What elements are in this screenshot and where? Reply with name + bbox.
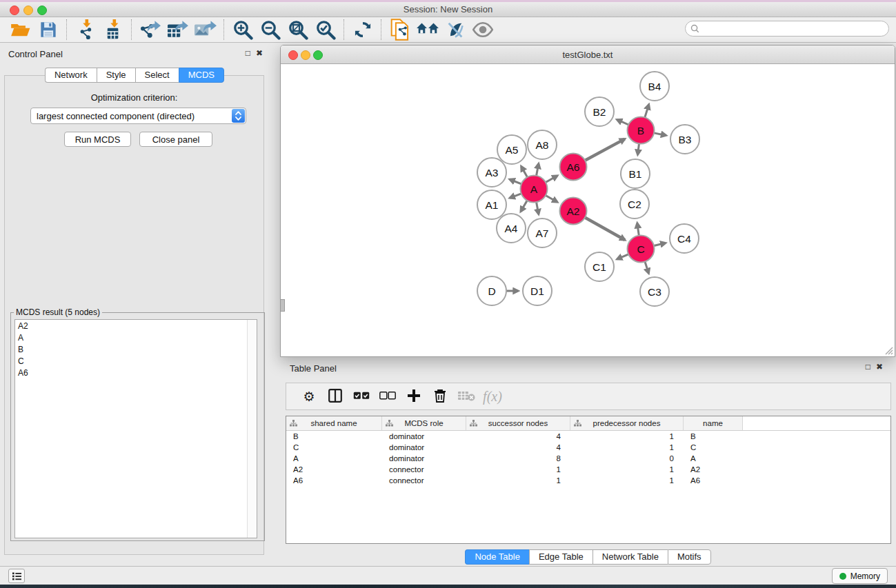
graph-edge-A-A8[interactable]: [537, 164, 539, 176]
graph-edge-A-A5[interactable]: [521, 166, 528, 177]
graph-node-C3[interactable]: C3: [640, 277, 669, 306]
graph-edge-A-A6[interactable]: [546, 176, 557, 182]
graph-edge-A6-B[interactable]: [585, 139, 625, 161]
cell-name[interactable]: A: [684, 453, 743, 464]
import-network-button[interactable]: [72, 19, 99, 41]
cell-shared-name[interactable]: A6: [286, 475, 382, 486]
refresh-view-button[interactable]: [349, 19, 377, 41]
graph-edge-C-C4[interactable]: [654, 243, 666, 245]
network-canvas[interactable]: B4B2BB3A5A8A6B1A3AC2A1A2A4A7C4CC1C3DD1: [281, 64, 894, 356]
column-header-MCDS-role[interactable]: MCDS role: [382, 416, 466, 430]
memory-button[interactable]: Memory: [832, 568, 888, 584]
graph-node-A7[interactable]: A7: [528, 219, 557, 247]
graph-edge-A-A7[interactable]: [537, 202, 539, 214]
resize-grip-icon[interactable]: [884, 345, 893, 355]
cell-successor-nodes[interactable]: 1: [466, 464, 570, 475]
export-table-button[interactable]: [164, 19, 192, 41]
cell-name[interactable]: A6: [684, 475, 743, 486]
cell-MCDS-role[interactable]: dominator: [382, 442, 466, 453]
mcds-result-item[interactable]: B: [15, 343, 257, 355]
cell-successor-nodes[interactable]: 1: [466, 475, 570, 486]
import-table-button[interactable]: [99, 19, 127, 41]
graph-node-B3[interactable]: B3: [670, 125, 699, 154]
graph-edge-A2-C[interactable]: [585, 218, 625, 240]
graph-node-B[interactable]: B: [628, 117, 655, 144]
cell-MCDS-role[interactable]: dominator: [382, 453, 466, 464]
hide-graphics-details-button[interactable]: [441, 19, 469, 41]
cell-name[interactable]: C: [684, 442, 743, 453]
tab-mcds[interactable]: MCDS: [179, 68, 224, 83]
table-close-panel-icon[interactable]: ✖: [876, 362, 883, 372]
graph-node-D[interactable]: D: [477, 276, 506, 305]
cell-predecessor-nodes[interactable]: 1: [570, 431, 684, 442]
graph-edge-A-A2[interactable]: [546, 196, 557, 202]
close-panel-icon[interactable]: ✖: [256, 48, 263, 58]
cell-predecessor-nodes[interactable]: 0: [570, 453, 684, 464]
network-view-window[interactable]: testGlobe.txt B4B2BB3A5A8A6B1A3AC2A1A2A4…: [280, 45, 895, 357]
cell-successor-nodes[interactable]: 8: [466, 453, 570, 464]
cell-shared-name[interactable]: A2: [286, 464, 382, 475]
table-row[interactable]: A6connector11A6: [286, 475, 890, 486]
delete-columns-button[interactable]: [427, 386, 453, 407]
zoom-in-button[interactable]: [229, 19, 257, 41]
graph-edge-C-C1[interactable]: [617, 254, 628, 259]
cell-name[interactable]: A2: [684, 464, 743, 475]
graph-edge-C-C2[interactable]: [637, 223, 639, 236]
column-header-predecessor-nodes[interactable]: predecessor nodes: [570, 416, 684, 430]
cell-MCDS-role[interactable]: connector: [382, 475, 466, 486]
graph-node-A1[interactable]: A1: [477, 190, 506, 219]
table-mode-gear-button[interactable]: ⚙: [296, 386, 322, 407]
close-panel-button[interactable]: Close panel: [139, 132, 212, 147]
search-field[interactable]: [685, 21, 889, 37]
graph-edge-A-A3[interactable]: [510, 179, 521, 184]
graph-edge-B-B3[interactable]: [654, 133, 666, 136]
create-column-button[interactable]: [401, 386, 427, 407]
cell-shared-name[interactable]: A: [286, 453, 382, 464]
graph-edge-C-C3[interactable]: [645, 262, 648, 274]
tab-network[interactable]: Network: [45, 68, 97, 83]
table-row[interactable]: A2connector11A2: [286, 464, 890, 475]
mcds-result-item[interactable]: A2: [15, 320, 257, 332]
tab-motifs[interactable]: Motifs: [668, 549, 711, 565]
unselect-all-columns-button[interactable]: [375, 386, 401, 407]
column-header-shared-name[interactable]: shared name: [286, 416, 382, 430]
graph-node-B4[interactable]: B4: [640, 72, 669, 101]
clone-network-button[interactable]: [386, 19, 414, 41]
task-history-button[interactable]: [8, 569, 25, 583]
graph-node-A3[interactable]: A3: [477, 158, 506, 187]
tab-node-table[interactable]: Node Table: [465, 549, 529, 565]
graph-edge-B-B1[interactable]: [638, 143, 639, 154]
tab-network-table[interactable]: Network Table: [593, 549, 668, 565]
search-input[interactable]: [699, 22, 888, 36]
show-view-button[interactable]: [469, 19, 497, 41]
graph-edge-A-A4[interactable]: [521, 201, 527, 212]
graph-node-C1[interactable]: C1: [585, 252, 614, 281]
column-header-name[interactable]: name: [684, 416, 743, 430]
splitter-handle[interactable]: [280, 299, 285, 312]
mcds-result-item[interactable]: A: [15, 332, 257, 343]
graph-edge-B-B4[interactable]: [645, 105, 649, 118]
tab-edge-table[interactable]: Edge Table: [529, 549, 593, 565]
graph-node-A6[interactable]: A6: [560, 154, 587, 181]
table-row[interactable]: Adominator80A: [286, 453, 890, 464]
graph-node-A5[interactable]: A5: [497, 135, 526, 164]
graph-edge-A-A1[interactable]: [510, 194, 521, 198]
cell-successor-nodes[interactable]: 4: [466, 442, 570, 453]
zoom-out-button[interactable]: [257, 19, 284, 41]
graph-node-B2[interactable]: B2: [585, 97, 614, 126]
zoom-selected-button[interactable]: [312, 19, 339, 41]
cell-successor-nodes[interactable]: 4: [466, 431, 570, 442]
save-session-button[interactable]: [34, 19, 62, 41]
open-file-button[interactable]: [7, 19, 34, 41]
cell-predecessor-nodes[interactable]: 1: [570, 475, 684, 486]
table-row[interactable]: Cdominator41C: [286, 442, 890, 453]
node-table[interactable]: shared nameMCDS rolesuccessor nodesprede…: [286, 416, 891, 544]
tab-select[interactable]: Select: [135, 68, 179, 83]
cell-predecessor-nodes[interactable]: 1: [570, 464, 684, 475]
graph-node-A8[interactable]: A8: [528, 130, 557, 159]
graph-node-C4[interactable]: C4: [670, 224, 699, 253]
home-views-button[interactable]: [414, 19, 441, 41]
graph-node-B1[interactable]: B1: [621, 159, 650, 188]
graph-node-A[interactable]: A: [521, 176, 548, 203]
mcds-result-item[interactable]: C: [15, 355, 257, 367]
